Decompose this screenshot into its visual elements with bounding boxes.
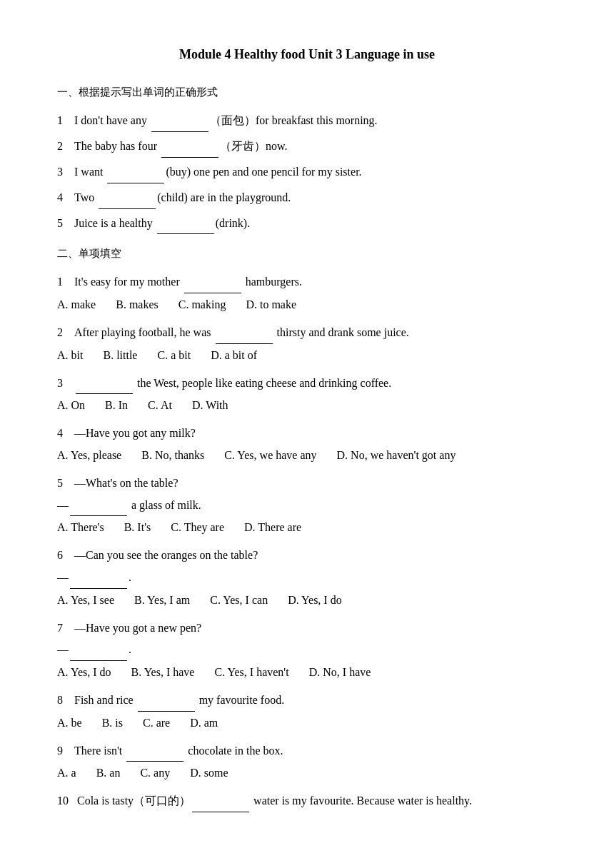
q-num: 5 — [57, 473, 74, 494]
options-line: A. Yes, please B. No, thanks C. Yes, we … — [57, 445, 557, 466]
q-num: 4 — [57, 423, 74, 444]
s1-q1: 1 I don't have any （面包）for breakfast thi… — [57, 111, 557, 132]
q-num: 7 — [57, 618, 74, 639]
s1-q3: 3 I want (buy) one pen and one pencil fo… — [57, 162, 557, 183]
q-num: 1 — [57, 111, 74, 131]
s1-q5: 5 Juice is a healthy (drink). — [57, 213, 557, 235]
option-a: A. Yes, I do — [57, 662, 111, 683]
q-num: 1 — [57, 272, 74, 293]
dialog-answer-line: — . — [57, 640, 557, 661]
option-b: B. an — [96, 763, 121, 784]
blank — [192, 791, 249, 812]
options-line: A. Yes, I do B. Yes, I have C. Yes, I ha… — [57, 662, 557, 683]
option-a: A. There's — [57, 518, 104, 538]
options-line: A. On B. In C. At D. With — [57, 395, 557, 416]
option-b: B. It's — [124, 518, 151, 538]
blank — [126, 741, 183, 762]
option-a: A. On — [57, 395, 85, 416]
s2-q9: 9 There isn't chocolate in the box. A. a… — [57, 741, 557, 784]
section1-header: 一、根据提示写出单词的正确形式 — [57, 83, 557, 102]
q-num: 3 — [57, 162, 74, 183]
option-b: B. makes — [116, 295, 158, 316]
option-d: D. Yes, I do — [288, 590, 342, 611]
blank — [161, 136, 218, 158]
option-a: A. a — [57, 763, 76, 784]
s2-q10: 10 Cola is tasty（可口的） water is my favour… — [57, 791, 557, 812]
option-d: D. No, I have — [309, 662, 371, 683]
q-num: 4 — [57, 188, 74, 208]
section2-questions: 1 It's easy for my mother hamburgers. A.… — [57, 272, 557, 812]
q-num: 2 — [57, 136, 74, 157]
q-num: 8 — [57, 690, 74, 711]
option-c: C. any — [140, 763, 170, 784]
blank — [99, 188, 156, 209]
blank — [70, 495, 127, 517]
s2-q8: 8 Fish and rice my favourite food. A. be… — [57, 690, 557, 734]
q-num: 6 — [57, 545, 74, 566]
q-num: 5 — [57, 213, 74, 234]
blank — [184, 272, 241, 293]
s2-q4: 4 —Have you got any milk? A. Yes, please… — [57, 423, 557, 466]
option-c: C. Yes, I haven't — [214, 662, 288, 683]
s2-q2: 2 After playing football, he was thirsty… — [57, 323, 557, 366]
options-line: A. bit B. little C. a bit D. a bit of — [57, 345, 557, 366]
q-num: 9 — [57, 741, 74, 762]
option-c: C. Yes, I can — [210, 590, 268, 611]
s2-q5: 5 —What's on the table? — a glass of mil… — [57, 473, 557, 538]
dialog-answer-line: — . — [57, 567, 557, 589]
blank — [70, 640, 127, 661]
s1-q2: 2 The baby has four （牙齿）now. — [57, 136, 557, 158]
options-line: A. There's B. It's C. They are D. There … — [57, 518, 557, 538]
blank — [70, 567, 127, 589]
option-d: D. to make — [246, 295, 296, 316]
option-c: C. At — [148, 395, 172, 416]
options-line: A. Yes, I see B. Yes, I am C. Yes, I can… — [57, 590, 557, 611]
q-num: 2 — [57, 323, 74, 343]
option-a: A. be — [57, 713, 82, 734]
option-a: A. make — [57, 295, 96, 316]
option-b: B. No, thanks — [141, 445, 204, 466]
s2-q3: 3 the West, people like eating cheese an… — [57, 373, 557, 417]
option-c: C. Yes, we have any — [224, 445, 316, 466]
s2-q1: 1 It's easy for my mother hamburgers. A.… — [57, 272, 557, 316]
s2-q6: 6 —Can you see the oranges on the table?… — [57, 545, 557, 610]
option-c: C. They are — [171, 518, 224, 538]
s1-q4: 4 Two (child) are in the playground. — [57, 188, 557, 209]
option-d: D. With — [192, 395, 228, 416]
options-line: A. be B. is C. are D. am — [57, 713, 557, 734]
blank — [107, 162, 164, 183]
option-b: B. Yes, I have — [131, 662, 195, 683]
option-b: B. Yes, I am — [134, 590, 190, 611]
option-b: B. In — [105, 395, 128, 416]
blank — [76, 373, 133, 395]
blank — [216, 323, 273, 344]
blank — [138, 690, 195, 712]
option-c: C. making — [178, 295, 226, 316]
q-num: 3 — [57, 373, 74, 394]
option-c: C. are — [143, 713, 170, 734]
option-b: B. is — [102, 713, 123, 734]
page-title: Module 4 Healthy food Unit 3 Language in… — [57, 43, 557, 66]
option-d: D. a bit of — [211, 345, 257, 366]
option-a: A. bit — [57, 345, 83, 366]
q-num: 10 — [57, 791, 74, 812]
section1-questions: 1 I don't have any （面包）for breakfast thi… — [57, 111, 557, 234]
s2-q7: 7 —Have you got a new pen? — . A. Yes, I… — [57, 618, 557, 683]
option-d: D. am — [190, 713, 218, 734]
option-d: D. There are — [244, 518, 301, 538]
options-line: A. make B. makes C. making D. to make — [57, 295, 557, 316]
option-a: A. Yes, please — [57, 445, 121, 466]
option-a: A. Yes, I see — [57, 590, 114, 611]
dialog-answer-line: — a glass of milk. — [57, 495, 557, 517]
blank — [157, 213, 214, 235]
option-d: D. No, we haven't got any — [337, 445, 456, 466]
options-line: A. a B. an C. any D. some — [57, 763, 557, 784]
blank — [151, 111, 208, 132]
section2-header: 二、单项填空 — [57, 244, 557, 263]
option-d: D. some — [190, 763, 228, 784]
option-b: B. little — [103, 345, 137, 366]
option-c: C. a bit — [157, 345, 191, 366]
